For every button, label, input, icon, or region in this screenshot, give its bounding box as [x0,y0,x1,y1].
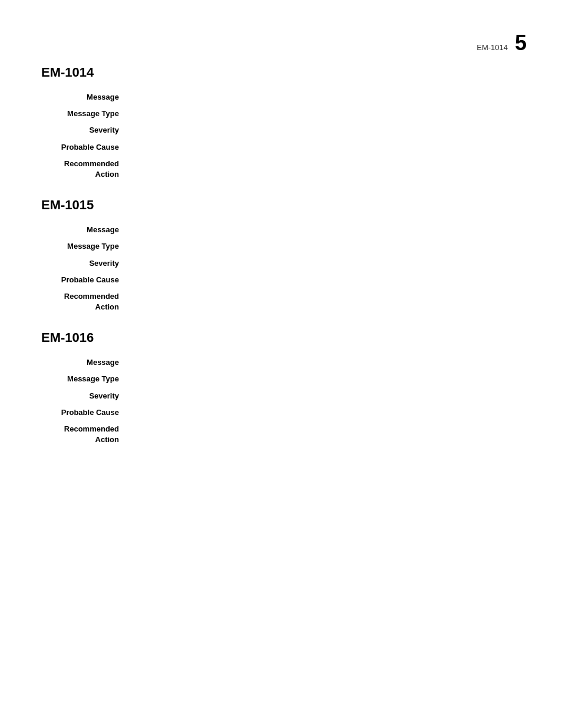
field-label-em-1014-4: Recommended Action [47,159,130,180]
field-row-em-1014-2: Severity [41,125,527,136]
field-row-em-1015-4: Recommended Action [41,291,527,312]
field-label-em-1016-2: Severity [47,391,130,401]
field-label-em-1015-3: Probable Cause [47,275,130,285]
field-value-em-1016-2 [130,391,527,401]
field-value-em-1016-0 [130,357,527,368]
field-row-em-1015-0: Message [41,225,527,235]
field-value-em-1015-1 [130,241,527,252]
field-label-em-1014-2: Severity [47,125,130,136]
field-value-em-1016-3 [130,407,527,418]
field-label-em-1015-4: Recommended Action [47,291,130,312]
section-title-em-1014: EM-1014 [41,65,527,80]
field-label-em-1015-1: Message Type [47,241,130,252]
section-em-1016: EM-1016MessageMessage TypeSeverityProbab… [41,330,527,445]
field-label-em-1016-1: Message Type [47,374,130,384]
field-value-em-1016-1 [130,374,527,384]
field-value-em-1015-0 [130,225,527,235]
field-row-em-1014-3: Probable Cause [41,142,527,153]
field-row-em-1016-4: Recommended Action [41,424,527,445]
page-header: EM-1014 5 [477,31,527,55]
section-em-1015: EM-1015MessageMessage TypeSeverityProbab… [41,197,527,312]
section-title-em-1016: EM-1016 [41,330,527,345]
field-row-em-1014-0: Message [41,92,527,103]
field-row-em-1014-4: Recommended Action [41,159,527,180]
field-value-em-1015-4 [130,291,527,312]
field-row-em-1014-1: Message Type [41,108,527,119]
field-label-em-1016-4: Recommended Action [47,424,130,445]
field-value-em-1014-4 [130,159,527,180]
field-row-em-1015-3: Probable Cause [41,275,527,285]
field-label-em-1016-0: Message [47,357,130,368]
field-value-em-1015-2 [130,258,527,269]
section-em-1014: EM-1014MessageMessage TypeSeverityProbab… [41,65,527,180]
field-label-em-1015-2: Severity [47,258,130,269]
field-value-em-1014-2 [130,125,527,136]
page-header-number: 5 [515,31,527,55]
field-label-em-1014-1: Message Type [47,108,130,119]
main-content: EM-1014MessageMessage TypeSeverityProbab… [0,0,562,445]
field-label-em-1014-3: Probable Cause [47,142,130,153]
field-label-em-1014-0: Message [47,92,130,103]
field-value-em-1016-4 [130,424,527,445]
field-value-em-1015-3 [130,275,527,285]
field-row-em-1016-0: Message [41,357,527,368]
field-label-em-1015-0: Message [47,225,130,235]
page-header-label: EM-1014 [477,43,508,52]
field-value-em-1014-3 [130,142,527,153]
field-row-em-1016-1: Message Type [41,374,527,384]
field-row-em-1016-3: Probable Cause [41,407,527,418]
field-row-em-1015-2: Severity [41,258,527,269]
field-row-em-1015-1: Message Type [41,241,527,252]
field-value-em-1014-1 [130,108,527,119]
section-title-em-1015: EM-1015 [41,197,527,213]
field-label-em-1016-3: Probable Cause [47,407,130,418]
field-value-em-1014-0 [130,92,527,103]
field-row-em-1016-2: Severity [41,391,527,401]
